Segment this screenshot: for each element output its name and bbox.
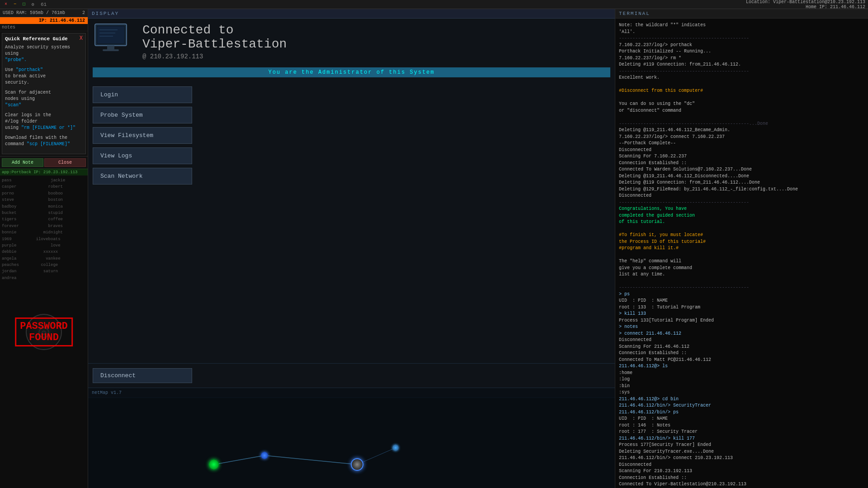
window-count: 61 bbox=[41, 2, 47, 7]
sidebar-close-button[interactable]: Close bbox=[44, 158, 86, 167]
main-layout: USED RAM: 595mb / 761mb 2 IP: 211.46.46.… bbox=[0, 9, 868, 488]
term-line: UID : PID : NAMEroot : 146 : Notesroot :… bbox=[619, 416, 864, 436]
term-separator: ----------------------------------------… bbox=[619, 35, 864, 42]
term-line: Deleting @119_211.46.46.112_Became_Admin… bbox=[619, 127, 864, 199]
term-separator: ----------------------------------------… bbox=[619, 199, 864, 206]
svg-rect-2 bbox=[97, 26, 124, 43]
term-line: > connect 211.46.46.112 bbox=[619, 331, 864, 337]
probe-button[interactable]: Probe System bbox=[93, 107, 192, 123]
term-line: DisconnectedScanning For 211.46.46.112Co… bbox=[619, 337, 864, 363]
connected-line1: Connected to bbox=[142, 23, 287, 37]
node-green[interactable] bbox=[209, 460, 219, 469]
password-area: pass jackie casper robert porno booboo s… bbox=[0, 175, 88, 488]
terminal-header: TERMINAL bbox=[615, 9, 868, 19]
term-separator: ----------------------------------------… bbox=[619, 68, 864, 75]
node-ring-active[interactable] bbox=[351, 458, 363, 471]
connected-line2: Viper-Battlestation bbox=[142, 37, 287, 51]
admin-banner: You are the Administrator of this System bbox=[93, 67, 610, 77]
term-line: > ps bbox=[619, 291, 864, 298]
login-button[interactable]: Login bbox=[93, 86, 192, 103]
qr-item-probe: Analyze security systems using"probe". bbox=[5, 44, 83, 63]
term-line: You can do so using the "dc"or "disconne… bbox=[619, 101, 864, 114]
settings-icon[interactable]: ⚙ bbox=[30, 1, 36, 8]
minimize-icon[interactable]: − bbox=[12, 1, 18, 8]
quick-ref-title: Quick Reference Guide bbox=[5, 36, 83, 42]
home-ip-text: Home IP: 211.46.46.112 bbox=[806, 5, 865, 9]
top-bar: × − □ ⚙ 61 Location: Viper-Battlestation… bbox=[0, 0, 868, 9]
quick-ref-close-button[interactable]: X bbox=[80, 35, 83, 42]
notes-label: notes bbox=[0, 24, 88, 31]
term-line: Note: the wildcard "*" indicates'All'. bbox=[619, 22, 864, 35]
close-icon[interactable]: × bbox=[3, 1, 9, 8]
svg-line-8 bbox=[214, 455, 264, 464]
quick-reference-panel: Quick Reference Guide X Analyze security… bbox=[2, 33, 86, 154]
terminal-content[interactable]: Note: the wildcard "*" indicates'All'. -… bbox=[615, 19, 868, 488]
term-line: 211.46.46.112@> cd bin bbox=[619, 396, 864, 403]
term-separator: ----------------------------------------… bbox=[619, 284, 864, 291]
sidebar-buttons: Add Note Close bbox=[0, 156, 88, 169]
term-line: > notes bbox=[619, 324, 864, 331]
term-line: > kill 133 bbox=[619, 311, 864, 317]
term-line: Congratulations, You havecompleted the g… bbox=[619, 206, 864, 226]
svg-rect-3 bbox=[107, 46, 114, 49]
term-line: 7.160.22.237/log/> porthackPorthack Init… bbox=[619, 42, 864, 68]
qr-item-scan: Scan for adjacentnodes using"scan" bbox=[5, 90, 83, 109]
computer-icon bbox=[93, 23, 133, 55]
term-line: 211.46.46.112/bin/> ps bbox=[619, 409, 864, 416]
term-line: Excellent work. bbox=[619, 75, 864, 81]
fingerprint-icon: ◎ bbox=[26, 314, 62, 350]
sidebar: USED RAM: 595mb / 761mb 2 IP: 211.46.46.… bbox=[0, 9, 88, 488]
term-line: :home:log:bin:sys bbox=[619, 370, 864, 396]
term-separator: ----------------------------------------… bbox=[619, 121, 864, 128]
maximize-icon[interactable]: □ bbox=[21, 1, 27, 8]
connected-box: Connected to Viper-Battlestation @ 210.2… bbox=[93, 23, 610, 60]
connected-text: Connected to Viper-Battlestation @ 210.2… bbox=[142, 23, 287, 60]
display-header: DISPLAY bbox=[88, 9, 615, 19]
scan-button[interactable]: Scan Network bbox=[93, 168, 192, 185]
term-line: Process 177[Security Tracer] EndedDeleti… bbox=[619, 442, 864, 488]
svg-rect-4 bbox=[103, 49, 119, 51]
node-blue[interactable] bbox=[261, 452, 268, 459]
disconnect-button[interactable]: Disconnect bbox=[93, 368, 192, 383]
svg-line-9 bbox=[264, 455, 357, 464]
add-note-button[interactable]: Add Note bbox=[2, 158, 43, 167]
term-line: Process 133[Tutorial Program] Ended bbox=[619, 317, 864, 324]
ram-display: USED RAM: 595mb / 761mb 2 bbox=[0, 9, 88, 17]
logs-button[interactable]: View Logs bbox=[93, 147, 192, 164]
connected-ip: @ 210.23.192.113 bbox=[142, 53, 287, 60]
terminal-panel: TERMINAL Note: the wildcard "*" indicate… bbox=[615, 9, 868, 488]
term-line: UID : PID : NAMEroot : 133 : Tutorial Pr… bbox=[619, 298, 864, 311]
location-text: Location: Viper-Battlestation@210.23.192… bbox=[746, 0, 865, 5]
netmap-bar: netMap v1.7 bbox=[88, 388, 615, 398]
netmap-svg bbox=[88, 398, 615, 488]
term-line: 211.46.46.112/bin/> kill 177 bbox=[619, 436, 864, 442]
display-content: Connected to Viper-Battlestation @ 210.2… bbox=[88, 19, 615, 363]
top-bar-left: × − □ ⚙ 61 bbox=[3, 1, 47, 8]
term-line: 211.46.46.112/bin/> SecurityTracer bbox=[619, 403, 864, 409]
netmap-label: netMap v1.7 bbox=[92, 390, 122, 395]
filesystem-button[interactable]: View Filesystem bbox=[93, 127, 192, 144]
term-line: 211.46.46.112@> ls bbox=[619, 363, 864, 370]
node-dot[interactable] bbox=[392, 445, 399, 451]
disconnect-area: Disconnect bbox=[88, 363, 615, 388]
ram-count: 2 bbox=[82, 10, 85, 15]
qr-item-scp: Download files with thecommand "scp [FIL… bbox=[5, 135, 83, 147]
ip-display: IP: 211.46.46.112 bbox=[0, 17, 88, 24]
term-line: #Disconnect from this computer# bbox=[619, 88, 864, 95]
term-line: The "help" command willgive you a comple… bbox=[619, 258, 864, 278]
ram-text: USED RAM: 595mb / 761mb bbox=[3, 10, 65, 15]
netmap-view bbox=[88, 398, 615, 488]
qr-item-rm: Clear logs in the#/log folderusing "rm [… bbox=[5, 112, 83, 131]
display-panel: DISPLAY Connected bbox=[88, 9, 615, 488]
top-bar-right: Location: Viper-Battlestation@210.23.192… bbox=[746, 0, 865, 9]
qr-item-porthack: Use "porthack"to break activesecurity. bbox=[5, 67, 83, 86]
menu-buttons: Login Probe System View Filesystem View … bbox=[93, 86, 192, 185]
term-line: #To finish it, you must locate#the Proce… bbox=[619, 232, 864, 252]
app-portback-label: app:Portback IP: 210.23.192.113 bbox=[0, 169, 88, 175]
